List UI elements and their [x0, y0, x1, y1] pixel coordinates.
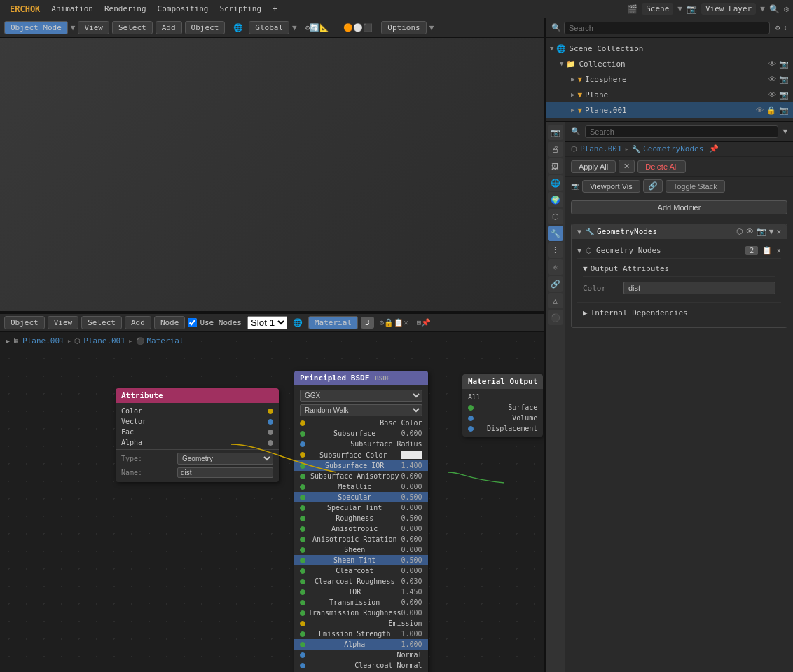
material-btn[interactable]: Material — [308, 316, 358, 329]
bsdf-anisotropic-socket[interactable] — [300, 526, 305, 532]
outliner-plane001[interactable]: ▶ ▼ Plane.001 👁 🔒 📷 — [546, 102, 793, 118]
icosphere-vis-icon[interactable]: 👁 — [768, 75, 776, 84]
viewport-3d[interactable]: Object Mode ▼ View Select Add Object 🌐 G… — [0, 18, 544, 313]
select-menu[interactable]: Select — [112, 21, 153, 34]
props-material-icon[interactable]: ⚫ — [548, 310, 563, 325]
bsdf-clearcoatnorm-socket[interactable] — [300, 663, 305, 668]
gn-close-icon[interactable]: ✕ — [776, 246, 781, 255]
options-btn[interactable]: Options — [381, 21, 426, 34]
props-search-input[interactable] — [585, 125, 778, 138]
attr-color-socket[interactable] — [268, 409, 273, 414]
bsdf-alpha-socket[interactable] — [300, 642, 305, 647]
bsdf-sheentint-socket[interactable] — [300, 558, 305, 563]
bsdf-specular-socket[interactable] — [300, 495, 305, 500]
bsdf-clearcoatr-socket[interactable] — [300, 579, 305, 584]
bsdf-normal-socket[interactable] — [300, 652, 305, 658]
plane-vis-icon[interactable]: 👁 — [768, 90, 776, 100]
geometry-nodes-modifier-header[interactable]: ▼ 🔧 GeometryNodes ⬡ 👁 📷 ▼ ✕ — [572, 224, 787, 239]
props-bc-pin[interactable]: 📌 — [709, 144, 719, 153]
props-object-icon[interactable]: ⬡ — [548, 209, 563, 224]
material-output-node[interactable]: Material Output All Surface Volume — [462, 374, 543, 437]
bsdf-subsurface-select[interactable]: Random Walk — [300, 404, 422, 416]
delete-all-btn[interactable]: Delete All — [637, 160, 685, 173]
attr-vector-socket[interactable] — [268, 419, 273, 425]
props-output-icon[interactable]: 🖨 — [548, 142, 563, 157]
breadcrumb-obj[interactable]: Plane.001 — [22, 336, 64, 345]
node-select-menu[interactable]: Select — [81, 316, 122, 329]
bsdf-sheen-socket[interactable] — [300, 547, 305, 553]
props-world-icon[interactable]: 🌍 — [548, 192, 563, 207]
bsdf-roughness-socket[interactable] — [300, 516, 305, 521]
bsdf-clearcoat-socket[interactable] — [300, 568, 305, 574]
principled-bsdf-node[interactable]: Principled BSDF BSDF GGX Random Walk — [294, 371, 428, 672]
object-menu[interactable]: Object — [185, 21, 226, 34]
outliner-collection[interactable]: ▼ 📁 Collection 👁 📷 — [546, 56, 793, 71]
attribute-node[interactable]: Attribute Color Vector Fac — [116, 388, 279, 482]
mod-icon-realtime[interactable]: 👁 — [746, 227, 754, 236]
props-bc-mod[interactable]: GeometryNodes — [643, 144, 703, 153]
menu-scripting[interactable]: Scripting — [214, 3, 267, 15]
viewport-vis-btn[interactable]: Viewport Vis — [582, 180, 640, 193]
bsdf-distribution-select[interactable]: GGX — [300, 390, 422, 402]
apply-all-close[interactable]: ✕ — [619, 160, 635, 173]
viewport-vis-close[interactable]: 🔗 — [643, 179, 663, 193]
apply-all-btn[interactable]: Apply All — [571, 160, 616, 173]
menu-animation[interactable]: Animation — [46, 3, 99, 15]
bsdf-subsurface-socket[interactable] — [300, 431, 305, 437]
mod-icon-more[interactable]: ▼ — [769, 227, 774, 236]
bsdf-emission-socket[interactable] — [300, 621, 305, 626]
outliner-filter-icon[interactable]: ⚙ — [775, 23, 780, 32]
scene-selector[interactable]: Scene — [642, 3, 673, 15]
collection-vis-icon[interactable]: 👁 — [768, 60, 776, 69]
props-bc-obj[interactable]: Plane.001 — [580, 144, 622, 153]
gn-copy-icon[interactable]: 📋 — [762, 246, 772, 255]
node-editor[interactable]: ▶ 🖩 Plane.001 ▸ ⬡ Plane.001 ▸ ⚫ Material — [0, 332, 544, 672]
outliner-icosphere[interactable]: ▶ ▼ Icosphere 👁 📷 — [546, 71, 793, 87]
bsdf-ior-socket[interactable] — [300, 589, 305, 595]
bsdf-subcolor-swatch[interactable] — [401, 451, 422, 459]
menu-compositing[interactable]: Compositing — [152, 3, 214, 15]
attr-name-input[interactable] — [177, 467, 273, 478]
props-filter-icon[interactable]: ▼ — [782, 127, 787, 136]
slot-selector[interactable]: Slot 1 — [247, 316, 287, 329]
mode-selector[interactable]: Object Mode — [4, 21, 68, 34]
mod-icon-render[interactable]: 📷 — [757, 227, 766, 236]
menu-plus[interactable]: + — [267, 3, 283, 15]
outliner-search[interactable] — [564, 22, 770, 34]
breadcrumb-mat[interactable]: Plane.001 — [83, 336, 125, 345]
plane001-vis-icon[interactable]: 👁 — [756, 106, 764, 115]
add-modifier-btn[interactable]: Add Modifier — [571, 200, 787, 214]
props-render-icon[interactable]: 📷 — [548, 125, 563, 140]
bsdf-subior-socket[interactable] — [300, 463, 305, 469]
bsdf-subcolor-socket[interactable] — [300, 452, 305, 458]
attr-fac-socket[interactable] — [268, 430, 273, 435]
toggle-stack-btn[interactable]: Toggle Stack — [666, 180, 725, 193]
matout-displacement-socket[interactable] — [468, 426, 474, 432]
node-add-menu[interactable]: Add — [125, 316, 151, 329]
view-menu[interactable]: View — [78, 21, 109, 34]
outliner-plane[interactable]: ▶ ▼ Plane 👁 📷 — [546, 87, 793, 102]
bsdf-subaniso-socket[interactable] — [300, 474, 305, 479]
node-node-menu[interactable]: Node — [154, 316, 186, 329]
props-scene-icon[interactable]: 🌐 — [548, 175, 563, 191]
use-nodes-checkbox[interactable]: Use Nodes — [188, 318, 242, 327]
bsdf-transmissionr-socket[interactable] — [300, 610, 305, 616]
bsdf-metallic-socket[interactable] — [300, 484, 305, 490]
matout-volume-socket[interactable] — [468, 416, 474, 421]
internal-deps-header[interactable]: ▶ Internal Dependencies — [583, 306, 775, 320]
node-object-menu[interactable]: Object — [4, 316, 45, 329]
attr-type-select[interactable]: Geometry — [177, 453, 273, 465]
bsdf-emissionstr-socket[interactable] — [300, 631, 305, 637]
matout-surface-socket[interactable] — [468, 405, 474, 411]
outliner-sort-icon[interactable]: ↕ — [782, 23, 787, 32]
props-view-icon[interactable]: 🖼 — [548, 158, 563, 174]
breadcrumb-slot[interactable]: Material — [147, 336, 184, 345]
mod-icon-close[interactable]: ✕ — [776, 227, 781, 236]
menu-rendering[interactable]: Rendering — [99, 3, 152, 15]
props-modifier-icon[interactable]: 🔧 — [548, 226, 563, 241]
node-view-menu[interactable]: View — [48, 316, 79, 329]
outliner-scene-collection[interactable]: ▼ 🌐 Scene Collection — [546, 41, 793, 56]
icosphere-render-icon[interactable]: 📷 — [779, 75, 789, 84]
plane001-render-icon[interactable]: 📷 — [779, 106, 789, 115]
mod-icon-nodes[interactable]: ⬡ — [736, 227, 743, 236]
